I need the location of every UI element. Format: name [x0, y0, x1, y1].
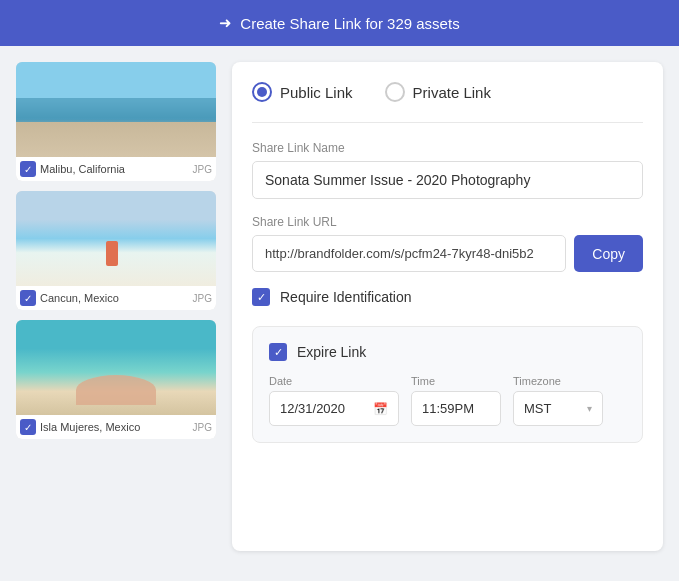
expire-time-value: 11:59PM	[422, 401, 474, 416]
expire-time-field: Time 11:59PM	[411, 375, 501, 426]
main-content: ✓ Malibu, California JPG ✓ Cancun, Mexic…	[0, 46, 679, 567]
expire-header: ✓ Expire Link	[269, 343, 626, 361]
divider	[252, 122, 643, 123]
expire-section: ✓ Expire Link Date 12/31/2020 📅 Time 11:	[252, 326, 643, 443]
list-item: ✓ Isla Mujeres, Mexico JPG	[16, 320, 216, 439]
expire-fields: Date 12/31/2020 📅 Time 11:59PM Timezone	[269, 375, 626, 426]
expire-time-input[interactable]: 11:59PM	[411, 391, 501, 426]
private-link-radio[interactable]	[385, 82, 405, 102]
expire-checkbox[interactable]: ✓	[269, 343, 287, 361]
expire-timezone-field: Timezone MST ▾	[513, 375, 603, 426]
public-link-radio[interactable]	[252, 82, 272, 102]
expire-timezone-select[interactable]: MST ▾	[513, 391, 603, 426]
image-label: ✓ Isla Mujeres, Mexico JPG	[16, 415, 216, 439]
share-link-name-label: Share Link Name	[252, 141, 643, 155]
share-link-name-input[interactable]	[252, 161, 643, 199]
image-checkbox-isla[interactable]: ✓	[20, 419, 36, 435]
image-checkbox-cancun[interactable]: ✓	[20, 290, 36, 306]
image-label: ✓ Cancun, Mexico JPG	[16, 286, 216, 310]
expire-label: Expire Link	[297, 344, 366, 360]
image-type-cancun: JPG	[193, 293, 212, 304]
image-name-malibu: Malibu, California	[40, 163, 125, 175]
share-link-name-group: Share Link Name	[252, 141, 643, 199]
list-item: ✓ Cancun, Mexico JPG	[16, 191, 216, 310]
require-identification-row: ✓ Require Identification	[252, 288, 643, 306]
expire-date-value: 12/31/2020	[280, 401, 345, 416]
link-type-row: Public Link Private Link	[252, 82, 643, 102]
header-banner-text: Create Share Link for 329 assets	[240, 15, 459, 32]
header-banner: ➜ Create Share Link for 329 assets	[0, 0, 679, 46]
expire-date-field: Date 12/31/2020 📅	[269, 375, 399, 426]
calendar-icon: 📅	[373, 402, 388, 416]
expire-time-label: Time	[411, 375, 501, 387]
share-icon: ➜	[219, 14, 232, 32]
expire-date-label: Date	[269, 375, 399, 387]
image-type-malibu: JPG	[193, 164, 212, 175]
require-id-label: Require Identification	[280, 289, 412, 305]
image-thumb-malibu	[16, 62, 216, 157]
image-list: ✓ Malibu, California JPG ✓ Cancun, Mexic…	[16, 62, 216, 551]
image-thumb-isla	[16, 320, 216, 415]
image-name-cancun: Cancun, Mexico	[40, 292, 119, 304]
private-link-label: Private Link	[413, 84, 491, 101]
expire-date-input[interactable]: 12/31/2020 📅	[269, 391, 399, 426]
copy-button[interactable]: Copy	[574, 235, 643, 272]
expire-timezone-value: MST	[524, 401, 551, 416]
image-type-isla: JPG	[193, 422, 212, 433]
url-row: Copy	[252, 235, 643, 272]
list-item: ✓ Malibu, California JPG	[16, 62, 216, 181]
image-checkbox-malibu[interactable]: ✓	[20, 161, 36, 177]
share-link-url-label: Share Link URL	[252, 215, 643, 229]
expire-timezone-label: Timezone	[513, 375, 603, 387]
image-label: ✓ Malibu, California JPG	[16, 157, 216, 181]
image-name-isla: Isla Mujeres, Mexico	[40, 421, 140, 433]
share-link-url-input[interactable]	[252, 235, 566, 272]
private-link-option[interactable]: Private Link	[385, 82, 491, 102]
public-link-label: Public Link	[280, 84, 353, 101]
share-link-url-group: Share Link URL Copy	[252, 215, 643, 272]
chevron-down-icon: ▾	[587, 403, 592, 414]
image-thumb-cancun	[16, 191, 216, 286]
right-panel: Public Link Private Link Share Link Name…	[232, 62, 663, 551]
public-link-option[interactable]: Public Link	[252, 82, 353, 102]
require-id-checkbox[interactable]: ✓	[252, 288, 270, 306]
